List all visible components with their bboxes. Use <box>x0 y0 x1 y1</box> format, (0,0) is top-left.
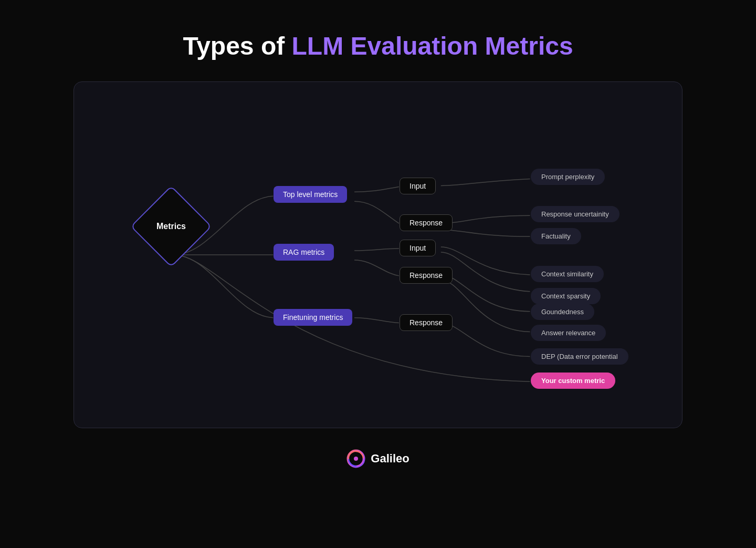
sub-top-input: Input <box>400 178 436 194</box>
leaf-groundedness: Goundedness <box>531 304 594 320</box>
diagram-container: Metrics Top level metrics RAG metrics Fi… <box>74 81 682 428</box>
leaf-dep: DEP (Data error potential <box>531 348 628 365</box>
leaf-context-similarity: Context similarity <box>531 266 604 282</box>
category-finetuning: Finetuning metrics <box>274 309 352 326</box>
sub-top-response: Response <box>400 214 453 231</box>
title-plain-text: Types of <box>183 32 291 60</box>
leaf-factuality: Factuality <box>531 228 581 244</box>
galileo-logo-icon <box>346 449 365 468</box>
leaf-context-sparsity: Context sparsity <box>531 288 601 304</box>
svg-point-1 <box>354 457 358 461</box>
metrics-node: Metrics <box>142 198 200 255</box>
category-top-level: Top level metrics <box>274 186 347 203</box>
leaf-answer-relevance: Answer relevance <box>531 325 606 341</box>
footer-brand: Galileo <box>371 452 409 466</box>
page-title: Types of LLM Evaluation Metrics <box>183 32 573 60</box>
leaf-prompt-perplexity: Prompt perplexity <box>531 169 605 185</box>
category-rag: RAG metrics <box>274 244 334 261</box>
sub-rag-response: Response <box>400 267 453 284</box>
leaf-custom-metric: Your custom metric <box>531 373 615 389</box>
footer: Galileo <box>346 449 409 468</box>
title-highlight-text: LLM Evaluation Metrics <box>292 32 573 60</box>
metrics-label: Metrics <box>156 222 186 231</box>
sub-ft-response: Response <box>400 314 453 331</box>
leaf-response-uncertainty: Response uncertainity <box>531 206 620 222</box>
sub-rag-input: Input <box>400 240 436 256</box>
